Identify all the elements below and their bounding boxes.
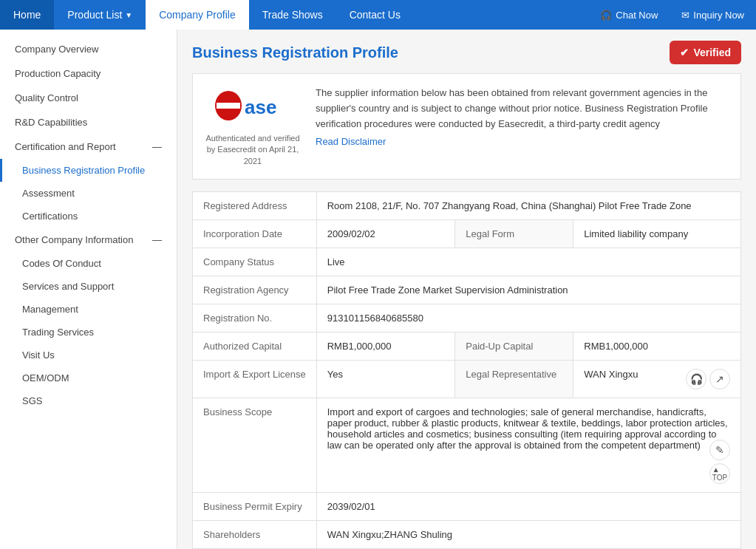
sidebar-item-codes-of-conduct[interactable]: Codes Of Conduct — [0, 252, 177, 275]
sidebar-item-visit-us[interactable]: Visit Us — [0, 344, 177, 366]
label-registration-no: Registration No. — [193, 304, 317, 333]
value-registered-address: Room 2108, 21/F, No. 707 Zhangyang Road,… — [316, 192, 740, 220]
table-row-registered-address: Registered Address Room 2108, 21/F, No. … — [193, 192, 741, 220]
table-row-permit-expiry: Business Permit Expiry 2039/02/01 — [193, 493, 741, 521]
label-paid-up-capital: Paid-Up Capital — [455, 333, 573, 361]
sidebar-item-company-overview[interactable]: Company Overview — [0, 37, 177, 61]
sidebar-item-trading-services[interactable]: Trading Services — [0, 321, 177, 344]
table-row-registration-no: Registration No. 913101156840685580 — [193, 304, 741, 333]
inquiry-now-button[interactable]: ✉ Inquiry Now — [670, 10, 756, 21]
table-row-shareholders: Shareholders WAN Xingxu;ZHANG Shuling — [193, 521, 741, 549]
value-registration-agency: Pilot Free Trade Zone Market Supervision… — [316, 276, 740, 304]
disclaimer-box: ase Authenticated and verified by Easecr… — [192, 73, 741, 180]
headphone-icon-btn[interactable]: 🎧 — [686, 369, 706, 389]
table-row-business-scope: Business Scope Import and export of carg… — [193, 398, 741, 493]
info-table: Registered Address Room 2108, 21/F, No. … — [192, 191, 741, 549]
sidebar-item-production-capacity[interactable]: Production Capacity — [0, 61, 177, 86]
label-legal-form: Legal Form — [455, 220, 573, 248]
label-registered-address: Registered Address — [193, 192, 317, 220]
table-row-incorporation: Incorporation Date 2009/02/02 Legal Form… — [193, 220, 741, 248]
sidebar: Company Overview Production Capacity Qua… — [0, 30, 177, 549]
nav-trade-shows[interactable]: Trade Shows — [249, 0, 336, 30]
page-layout: Company Overview Production Capacity Qua… — [0, 30, 756, 549]
label-incorporation-date: Incorporation Date — [193, 220, 317, 248]
label-registration-agency: Registration Agency — [193, 276, 317, 304]
ease-logo: ase — [212, 86, 293, 126]
value-shareholders: WAN Xingxu;ZHANG Shuling — [316, 521, 740, 549]
label-company-status: Company Status — [193, 248, 317, 276]
value-paid-up-capital: RMB1,000,000 — [573, 333, 741, 361]
value-legal-representative: WAN Xingxu 🎧 ↗ — [573, 361, 741, 398]
sidebar-item-assessment[interactable]: Assessment — [0, 182, 177, 205]
logo-caption: Authenticated and verified by Easecredit… — [205, 133, 301, 167]
value-authorized-capital: RMB1,000,000 — [316, 333, 455, 361]
minus-icon: — — [152, 141, 162, 152]
chat-now-button[interactable]: 🎧 Chat Now — [588, 10, 670, 21]
sidebar-item-management[interactable]: Management — [0, 298, 177, 321]
table-row-company-status: Company Status Live — [193, 248, 741, 276]
logo-area: ase Authenticated and verified by Easecr… — [205, 86, 301, 167]
sidebar-item-quality-control[interactable]: Quality Control — [0, 86, 177, 110]
chat-icon: 🎧 — [600, 10, 612, 21]
table-row-registration-agency: Registration Agency Pilot Free Trade Zon… — [193, 276, 741, 304]
value-company-status: Live — [316, 248, 740, 276]
read-disclaimer-link[interactable]: Read Disclaimer — [316, 136, 729, 147]
verified-badge: ✔ Verified — [670, 41, 741, 64]
sidebar-item-business-registration-profile[interactable]: Business Registration Profile — [0, 159, 177, 182]
label-permit-expiry: Business Permit Expiry — [193, 493, 317, 521]
shield-icon: ✔ — [680, 47, 689, 58]
scroll-top-icon-btn[interactable]: ▲TOP — [709, 463, 730, 484]
minus-icon-other: — — [152, 234, 162, 245]
sidebar-item-services-support[interactable]: Services and Support — [0, 275, 177, 298]
value-incorporation-date: 2009/02/02 — [316, 220, 455, 248]
external-link-icon-btn[interactable]: ↗ — [709, 369, 730, 389]
label-shareholders: Shareholders — [193, 521, 317, 549]
sidebar-item-certifications[interactable]: Certifications — [0, 205, 177, 228]
value-legal-form: Limited liability company — [573, 220, 741, 248]
dropdown-arrow-icon: ▼ — [125, 11, 132, 19]
page-header: ✔ Verified Business Registration Profile — [192, 44, 741, 73]
sidebar-section-other[interactable]: Other Company Information — — [0, 228, 177, 252]
nav-home[interactable]: Home — [0, 0, 54, 30]
nav-company-profile[interactable]: Company Profile — [146, 0, 249, 30]
email-icon: ✉ — [681, 10, 689, 21]
top-navigation: Home Product List ▼ Company Profile Trad… — [0, 0, 756, 30]
nav-product-list[interactable]: Product List ▼ — [54, 0, 146, 30]
nav-contact-us[interactable]: Contact Us — [336, 0, 414, 30]
table-row-capital: Authorized Capital RMB1,000,000 Paid-Up … — [193, 333, 741, 361]
svg-rect-1 — [217, 103, 240, 109]
label-import-export: Import & Export License — [193, 361, 317, 398]
value-permit-expiry: 2039/02/01 — [316, 493, 740, 521]
sidebar-item-rd-capabilities[interactable]: R&D Capabilities — [0, 110, 177, 134]
svg-text:ase: ase — [245, 96, 276, 118]
value-business-scope: Import and export of cargoes and technol… — [316, 398, 740, 493]
value-import-export: Yes — [316, 361, 455, 398]
disclaimer-text: The supplier information below has been … — [316, 86, 729, 132]
page-title: Business Registration Profile — [192, 44, 741, 61]
disclaimer-content: The supplier information below has been … — [316, 86, 729, 147]
label-authorized-capital: Authorized Capital — [193, 333, 317, 361]
label-legal-representative: Legal Representative — [455, 361, 573, 398]
value-registration-no: 913101156840685580 — [316, 304, 740, 333]
sidebar-item-sgs[interactable]: SGS — [0, 389, 177, 412]
edit-icon-btn[interactable]: ✎ — [709, 440, 730, 460]
sidebar-section-certification[interactable]: Certification and Report — — [0, 134, 177, 159]
label-business-scope: Business Scope — [193, 398, 317, 493]
nav-right-actions: 🎧 Chat Now ✉ Inquiry Now — [588, 10, 756, 21]
sidebar-item-oem-odm[interactable]: OEM/ODM — [0, 366, 177, 389]
main-content: ✔ Verified Business Registration Profile… — [177, 30, 756, 549]
table-row-import-export: Import & Export License Yes Legal Repres… — [193, 361, 741, 398]
